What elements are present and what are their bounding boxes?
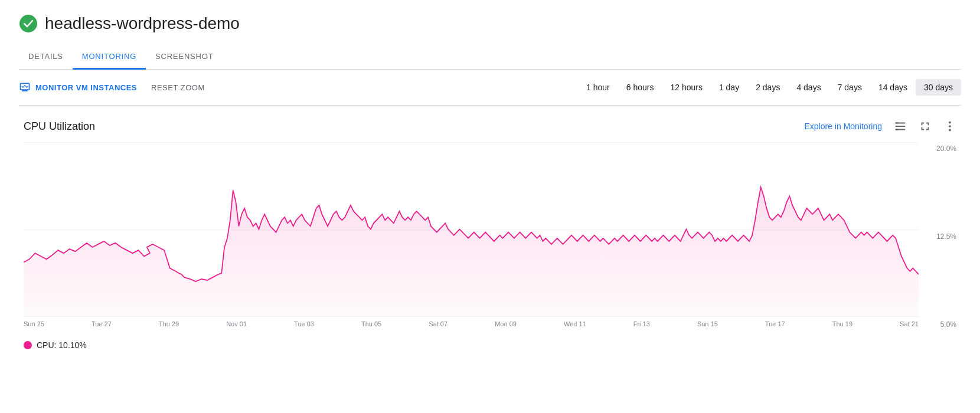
svg-point-3: [949, 129, 951, 132]
y-axis-labels: 20.0% 12.5% 5.0%: [921, 142, 956, 331]
chart-section: CPU Utilization Explore in Monitoring: [19, 120, 961, 350]
y-label-bottom: 5.0%: [921, 320, 956, 329]
time-range-buttons: 1 hour 6 hours 12 hours 1 day 2 days 4 d…: [578, 79, 961, 96]
chart-legend: CPU: 10.10%: [24, 340, 956, 350]
x-label-12: Thu 19: [832, 320, 852, 327]
x-label-8: Wed 11: [564, 320, 586, 327]
x-axis-labels: Sun 25 Tue 27 Thu 29 Nov 01 Tue 03 Thu 0…: [24, 317, 919, 331]
x-label-1: Tue 27: [92, 320, 112, 327]
tabs-container: DETAILS MONITORING SCREENSHOT: [19, 45, 961, 70]
x-label-9: Fri 13: [633, 320, 650, 327]
time-btn-2days[interactable]: 2 days: [747, 79, 788, 96]
fullscreen-icon: [919, 120, 932, 133]
time-btn-12hours[interactable]: 12 hours: [662, 79, 710, 96]
x-label-3: Nov 01: [226, 320, 247, 327]
time-btn-30days[interactable]: 30 days: [916, 79, 961, 96]
page-title: headless-wordpress-demo: [45, 14, 240, 33]
time-btn-7days[interactable]: 7 days: [829, 79, 870, 96]
more-vert-icon: [943, 120, 956, 133]
time-btn-6hours[interactable]: 6 hours: [618, 79, 662, 96]
cpu-chart-svg: [24, 142, 919, 316]
legend-icon-button[interactable]: [894, 120, 907, 133]
tab-monitoring[interactable]: MONITORING: [73, 45, 146, 70]
x-label-13: Sat 21: [900, 320, 919, 327]
x-label-5: Thu 05: [361, 320, 381, 327]
reset-zoom-button[interactable]: RESET ZOOM: [151, 83, 205, 92]
x-label-4: Tue 03: [294, 320, 314, 327]
explore-monitoring-link[interactable]: Explore in Monitoring: [804, 122, 882, 131]
x-label-6: Sat 07: [429, 320, 447, 327]
monitor-vm-icon: [19, 81, 31, 93]
svg-point-2: [949, 125, 951, 127]
page-header: headless-wordpress-demo: [19, 14, 961, 33]
x-label-0: Sun 25: [24, 320, 44, 327]
time-btn-1hour[interactable]: 1 hour: [578, 79, 618, 96]
tab-screenshot[interactable]: SCREENSHOT: [146, 45, 223, 70]
time-btn-4days[interactable]: 4 days: [788, 79, 829, 96]
time-btn-1day[interactable]: 1 day: [711, 79, 747, 96]
legend-icon: [894, 120, 907, 133]
svg-point-1: [949, 122, 951, 124]
chart-area: [24, 142, 919, 317]
monitor-vm-label: MONITOR VM INSTANCES: [35, 83, 137, 92]
fullscreen-icon-button[interactable]: [919, 120, 932, 133]
tab-details[interactable]: DETAILS: [19, 45, 73, 70]
legend-label-cpu: CPU: 10.10%: [37, 340, 87, 350]
chart-actions: Explore in Monitoring: [804, 120, 956, 133]
y-label-top: 20.0%: [921, 145, 956, 153]
svg-point-0: [19, 15, 37, 32]
legend-dot-cpu: [24, 341, 32, 349]
more-options-icon-button[interactable]: [943, 120, 956, 133]
chart-title: CPU Utilization: [24, 120, 95, 133]
x-label-10: Sun 15: [697, 320, 718, 327]
chart-header: CPU Utilization Explore in Monitoring: [24, 120, 956, 133]
x-label-11: Tue 17: [765, 320, 785, 327]
x-label-2: Thu 29: [159, 320, 179, 327]
y-label-mid: 12.5%: [921, 232, 956, 241]
chart-container: 20.0% 12.5% 5.0%: [24, 142, 956, 331]
toolbar: MONITOR VM INSTANCES RESET ZOOM 1 hour 6…: [19, 70, 961, 106]
x-label-7: Mon 09: [495, 320, 517, 327]
monitor-vm-button[interactable]: MONITOR VM INSTANCES: [19, 81, 137, 93]
time-btn-14days[interactable]: 14 days: [870, 79, 916, 96]
status-healthy-icon: [19, 14, 38, 33]
